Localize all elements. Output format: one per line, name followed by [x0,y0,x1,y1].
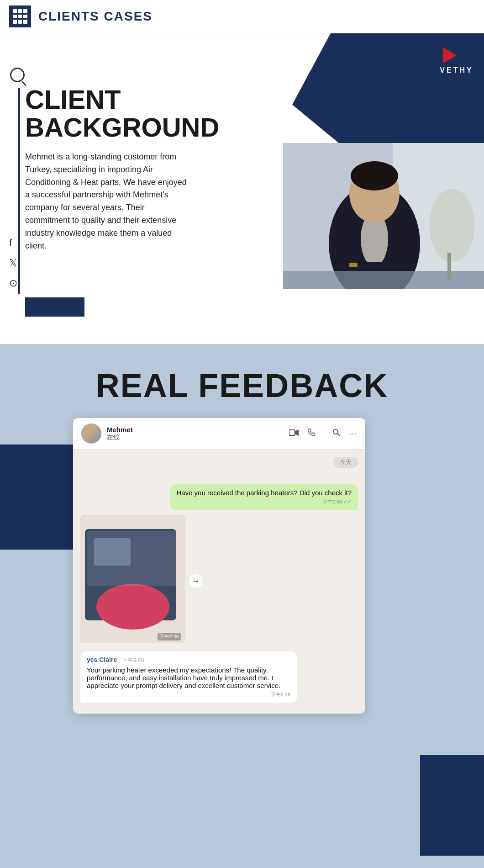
instagram-icon[interactable]: ⊙ [9,277,17,289]
chat-more-icon[interactable]: ⋯ [349,429,357,439]
sent-message-text: Have you received the parking heaters? D… [176,489,352,497]
search-icon[interactable] [10,68,25,82]
image-message-row: 下午2:46 ↪ [80,515,358,647]
facebook-icon[interactable]: f [9,237,17,249]
forward-icon[interactable]: ↪ [189,574,203,588]
vethy-text: VETHY [440,66,473,74]
svg-rect-9 [338,262,411,271]
received-message-time: 下午2:48 [87,691,290,698]
decorative-rect-right [420,755,484,856]
svg-line-17 [337,434,340,436]
chat-status: 在线 [107,434,133,442]
chat-avatar [81,423,101,444]
received-message-text: Your parking heater exceeded my expectat… [87,666,280,689]
svg-rect-12 [447,253,451,280]
chat-action-icons: ⋯ [289,429,357,439]
avatar-image [81,423,101,444]
received-sender: yes Claire 下午2:48 [87,656,290,664]
client-background-title: CLIENT BACKGROUND [25,86,189,142]
svg-rect-13 [349,263,358,267]
search-area[interactable] [10,68,25,84]
grid-icon [9,5,31,27]
svg-point-8 [351,161,398,191]
svg-point-11 [429,189,475,262]
received-sender-time: 下午2:48 [122,657,144,663]
sent-message-time: 下午2:43 ✓✓ [176,498,352,505]
received-message: yes Claire 下午2:48 Your parking heater ex… [80,651,358,703]
svg-marker-15 [295,429,299,436]
real-feedback-title: REAL FEEDBACK [0,344,484,418]
vethy-logo-icon [438,42,475,68]
client-background-description: Mehmet is a long-standing customer from … [25,151,189,253]
svg-point-16 [333,429,338,434]
client-background-content: CLIENT BACKGROUND Mehmet is a long-stand… [25,86,189,253]
social-icons: f 𝕏 ⊙ [9,237,17,289]
svg-rect-10 [283,271,484,289]
chat-date-label: 今天 [333,457,358,468]
real-feedback-section: REAL FEEDBACK Mehmet 在线 [0,344,484,868]
image-message: 下午2:46 [80,515,185,643]
photo-placeholder [283,143,484,289]
image-bubble: 下午2:46 [80,515,185,643]
chat-header-divider [324,429,324,439]
chat-search-icon[interactable] [332,429,341,439]
sent-bubble: Have you received the parking heaters? D… [170,484,358,510]
twitter-icon[interactable]: 𝕏 [9,257,17,269]
client-background-section: VETHY CLIENT BACKGROUND Mehmet is a long… [0,33,484,344]
left-accent-line [18,88,20,294]
svg-point-20 [96,584,169,630]
header-title: CLIENTS CASES [38,9,153,24]
svg-rect-14 [289,430,295,435]
person-illustration [283,143,484,289]
chat-window: Mehmet 在线 ⋯ [73,418,365,714]
received-bubble: yes Claire 下午2:48 Your parking heater ex… [80,651,297,703]
chat-username: Mehmet [107,426,133,434]
chat-user-info: Mehmet 在线 [107,426,133,442]
chat-body: 今天 Have you received the parking heaters… [73,450,365,714]
header: CLIENTS CASES [0,0,484,33]
video-call-icon[interactable] [289,429,299,439]
phone-call-icon[interactable] [307,429,316,439]
image-message-time: 下午2:46 [158,633,181,640]
vethy-logo: VETHY [438,42,475,74]
chat-header: Mehmet 在线 ⋯ [73,418,365,450]
svg-rect-22 [94,538,131,566]
product-image [80,515,185,643]
client-photo [283,143,484,289]
cta-button[interactable] [25,297,84,317]
sent-message: Have you received the parking heaters? D… [80,484,358,510]
